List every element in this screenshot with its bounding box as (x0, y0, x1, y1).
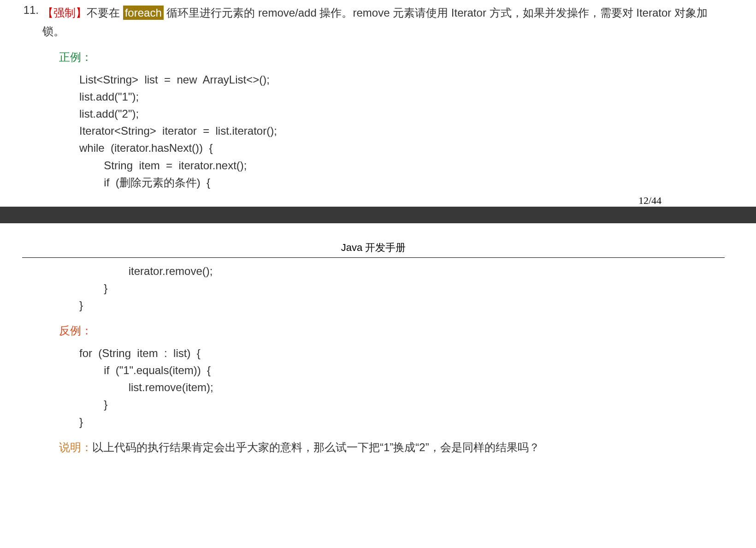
search-highlight: foreach (123, 6, 164, 20)
positive-example-label: 正例： (59, 48, 728, 66)
page-1: 11. 【强制】不要在 foreach 循环里进行元素的 remove/add … (0, 4, 756, 207)
code-positive-part1: List<String> list = new ArrayList<>(); l… (79, 71, 728, 191)
code-negative: for (String item : list) { if ("1".equal… (79, 345, 728, 430)
mandatory-tag: 【强制】 (42, 6, 87, 19)
rule-item: 11. 【强制】不要在 foreach 循环里进行元素的 remove/add … (18, 4, 728, 40)
note-label: 说明： (59, 441, 92, 453)
negative-example-label: 反例： (59, 322, 728, 340)
header-rule (22, 257, 725, 258)
page-2: Java 开发手册 iterator.remove(); } } 反例： for… (0, 223, 756, 465)
document-header-title: Java 开发手册 (18, 223, 728, 257)
page-separator (0, 207, 756, 223)
rule-text: 【强制】不要在 foreach 循环里进行元素的 remove/add 操作。r… (42, 4, 728, 40)
note-row: 说明：以上代码的执行结果肯定会出乎大家的意料，那么试一下把“1”换成“2”，会是… (59, 439, 728, 456)
page-number: 12/44 (18, 195, 728, 207)
code-positive-part2: iterator.remove(); } } (79, 262, 728, 314)
rule-number: 11. (18, 4, 42, 17)
rule-text-pre: 不要在 (87, 6, 123, 19)
note-text: 以上代码的执行结果肯定会出乎大家的意料，那么试一下把“1”换成“2”，会是同样的… (92, 441, 540, 453)
